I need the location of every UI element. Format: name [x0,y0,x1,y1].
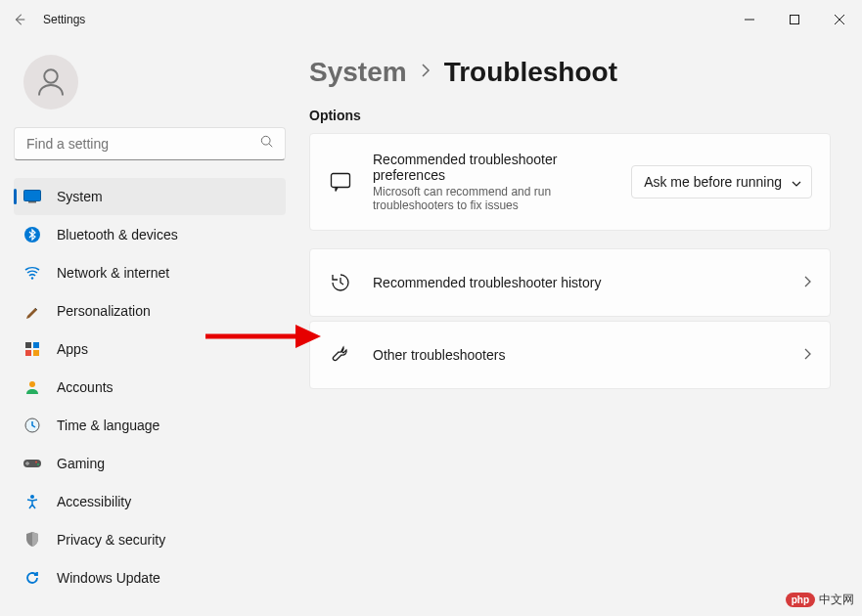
network-icon [23,264,41,282]
sidebar-item-label: Network & internet [57,265,169,281]
apps-icon [23,340,41,358]
history-icon [330,272,351,293]
sidebar-item-label: System [57,189,103,204]
svg-rect-14 [33,350,39,356]
search-box [14,127,286,160]
sidebar: System Bluetooth & devices Network & int… [0,39,299,616]
sidebar-item-bluetooth[interactable]: Bluetooth & devices [14,216,286,253]
accessibility-icon [23,493,41,510]
card-title: Recommended troubleshooter preferences [373,152,610,183]
search-input[interactable] [14,127,286,160]
card-other-troubleshooters[interactable]: Other troubleshooters [309,321,831,389]
sidebar-item-privacy[interactable]: Privacy & security [14,521,286,558]
svg-rect-1 [791,16,799,24]
sidebar-item-accessibility[interactable]: Accessibility [14,483,286,520]
svg-rect-8 [28,201,36,203]
chevron-right-icon [421,64,431,81]
chevron-right-icon [804,346,812,364]
chevron-down-icon [792,174,801,190]
sidebar-item-system[interactable]: System [14,178,286,215]
search-icon [260,135,274,153]
avatar[interactable] [23,55,78,110]
wrench-icon [330,344,351,366]
sidebar-item-update[interactable]: Windows Update [14,559,286,596]
svg-rect-7 [24,191,41,201]
window-controls [727,4,862,35]
section-label: Options [309,108,831,123]
privacy-icon [23,531,41,549]
svg-rect-11 [25,342,31,348]
titlebar: Settings [0,0,862,39]
svg-point-4 [44,69,58,83]
svg-point-10 [31,277,33,279]
chevron-right-icon [804,274,812,291]
sidebar-item-label: Apps [57,341,88,357]
select-value: Ask me before running [644,174,782,190]
sidebar-item-label: Gaming [57,456,105,471]
page-title: Troubleshoot [444,57,617,88]
watermark: php 中文网 [786,592,854,608]
sidebar-item-apps[interactable]: Apps [14,330,286,368]
sidebar-item-label: Accessibility [57,494,131,509]
sidebar-item-personalization[interactable]: Personalization [14,292,286,330]
sidebar-item-label: Personalization [57,303,151,319]
card-title: Other troubleshooters [373,347,783,363]
update-icon [23,569,41,587]
svg-point-19 [37,463,39,465]
sidebar-item-label: Accounts [57,379,113,395]
system-icon [23,188,41,205]
window-title: Settings [43,13,85,26]
maximize-button[interactable] [772,4,817,35]
sidebar-item-network[interactable]: Network & internet [14,254,286,291]
gaming-icon [23,455,41,472]
breadcrumb: System Troubleshoot [309,57,831,88]
close-button[interactable] [817,4,862,35]
minimize-button[interactable] [727,4,772,35]
bluetooth-icon [23,226,41,243]
sidebar-item-label: Bluetooth & devices [57,227,178,242]
sidebar-item-accounts[interactable]: Accounts [14,369,286,406]
sidebar-item-time[interactable]: Time & language [14,407,286,444]
breadcrumb-parent[interactable]: System [309,57,407,88]
svg-rect-21 [332,174,350,188]
card-recommended-prefs: Recommended troubleshooter preferences M… [309,133,831,231]
svg-point-20 [30,495,34,499]
sidebar-item-label: Privacy & security [57,532,165,548]
svg-point-15 [29,381,35,387]
main-content: System Troubleshoot Options Recommended … [299,39,862,616]
chat-icon [330,171,351,193]
card-title: Recommended troubleshooter history [373,275,783,290]
personalization-icon [23,302,41,320]
svg-point-18 [35,462,37,463]
watermark-text: 中文网 [819,592,854,608]
time-icon [23,417,41,434]
card-history[interactable]: Recommended troubleshooter history [309,248,831,317]
sidebar-item-gaming[interactable]: Gaming [14,445,286,482]
sidebar-item-label: Windows Update [57,570,160,586]
svg-rect-13 [25,350,31,356]
svg-line-6 [269,144,273,148]
svg-rect-12 [33,342,39,348]
accounts-icon [23,378,41,396]
sidebar-item-label: Time & language [57,418,159,433]
prefs-select[interactable]: Ask me before running [631,165,812,198]
card-description: Microsoft can recommend and run troubles… [373,185,608,212]
back-button[interactable] [12,12,27,27]
watermark-badge: php [786,593,815,607]
